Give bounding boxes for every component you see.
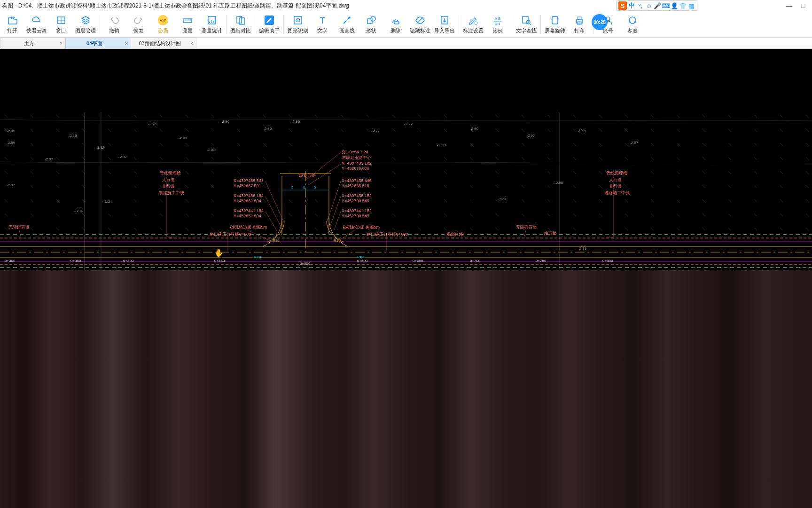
- svg-line-186: [703, 171, 705, 174]
- tool-label: 图层管理: [75, 27, 96, 34]
- svg-line-272: [444, 214, 447, 216]
- tool-hide[interactable]: 隐藏标注: [408, 11, 432, 38]
- tool-redo[interactable]: 恢复: [126, 11, 151, 38]
- tool-service[interactable]: 客服: [620, 11, 645, 38]
- svg-line-199: [211, 185, 214, 188]
- svg-line-96: [31, 143, 33, 146]
- tool-vip[interactable]: VIP会员: [151, 11, 175, 38]
- svg-line-244: [547, 199, 550, 202]
- svg-line-168: [237, 171, 240, 174]
- tab-close-icon[interactable]: ×: [125, 41, 128, 46]
- tool-mstats[interactable]: 测量统计: [200, 11, 224, 38]
- tool-measure[interactable]: 测量: [175, 11, 200, 38]
- svg-line-221: [780, 185, 783, 188]
- tab-04平面[interactable]: 04平面×: [65, 38, 131, 48]
- svg-line-149: [573, 157, 576, 160]
- svg-text:5: 5: [314, 185, 316, 190]
- tool-label: 打开: [7, 27, 17, 34]
- tool-shape[interactable]: 形状: [359, 11, 383, 38]
- tool-compare[interactable]: 图纸对比: [228, 11, 253, 38]
- tool-cloud[interactable]: 快看云盘: [24, 11, 49, 38]
- svg-line-260: [134, 214, 137, 216]
- tool-rotate[interactable]: 屏幕旋转: [543, 11, 567, 38]
- svg-line-262: [186, 214, 188, 216]
- tool-text[interactable]: T文字: [310, 11, 335, 38]
- svg-line-167: [211, 171, 214, 174]
- svg-line-276: [547, 214, 550, 216]
- svg-line-283: [728, 214, 731, 216]
- tool-label: 屏幕旋转: [545, 27, 565, 34]
- svg-line-144: [444, 157, 447, 160]
- svg-line-88: [651, 129, 654, 132]
- svg-text:A: A: [297, 19, 299, 22]
- pan-cursor-icon: ✋: [214, 248, 224, 257]
- svg-line-254: [806, 199, 809, 202]
- svg-line-129: [56, 157, 59, 160]
- svg-line-72: [237, 129, 240, 132]
- station-label: 0+300: [5, 259, 15, 263]
- svg-line-266: [289, 214, 292, 216]
- tool-undo[interactable]: 撤销: [102, 11, 126, 38]
- svg-line-315: [728, 228, 731, 230]
- svg-line-124: [754, 143, 757, 146]
- svg-line-303: [418, 228, 421, 230]
- minimize-button[interactable]: —: [782, 2, 796, 9]
- svg-line-314: [703, 228, 705, 230]
- svg-line-77: [367, 129, 369, 132]
- svg-line-151: [625, 157, 628, 160]
- svg-line-70: [186, 129, 188, 132]
- drawing-canvas[interactable]: R15 R15 RXX RXX 5 6 5 交1:0+54 7.24与规划玉路中…: [0, 49, 812, 508]
- compare-icon: [235, 15, 246, 26]
- tool-layers[interactable]: 图层管理: [73, 11, 98, 38]
- tool-recog[interactable]: A图形识别: [286, 11, 310, 38]
- svg-line-62: [806, 115, 809, 118]
- open-icon: [7, 15, 18, 26]
- tool-label: 图纸对比: [230, 27, 251, 34]
- svg-rect-6: [240, 18, 244, 24]
- svg-line-75: [315, 129, 318, 132]
- tool-io[interactable]: 导入导出: [432, 11, 457, 38]
- station-label: 0+650: [413, 259, 423, 263]
- shape-icon: [366, 15, 377, 26]
- recording-timer[interactable]: 00:25: [592, 14, 608, 30]
- svg-line-33: [56, 115, 59, 118]
- svg-line-233: [263, 199, 266, 202]
- tool-edit[interactable]: 编辑助手: [257, 11, 281, 38]
- svg-line-291: [108, 228, 111, 230]
- tool-scale[interactable]: A:B1:1比例: [485, 11, 510, 38]
- tool-delete[interactable]: 删除: [383, 11, 408, 38]
- tool-window[interactable]: 窗口: [49, 11, 73, 38]
- cad-annotation: Y=452700.545: [342, 198, 369, 203]
- maximize-button[interactable]: □: [796, 2, 810, 9]
- elevation-label: -2.97: [578, 129, 586, 133]
- ime-indicator[interactable]: S 中 °, ☺ 🎤 ⌨ 👤 👕 ▦: [616, 0, 697, 11]
- cad-annotation: 管线预埋槽: [160, 170, 181, 176]
- tool-annset[interactable]: 标注设置: [461, 11, 485, 38]
- svg-line-238: [392, 199, 395, 202]
- svg-line-143: [418, 157, 421, 160]
- svg-rect-15: [394, 22, 399, 24]
- svg-line-179: [522, 171, 524, 174]
- tab-土方[interactable]: 土方×: [0, 38, 66, 48]
- svg-line-147: [522, 157, 524, 160]
- svg-line-181: [573, 171, 576, 174]
- svg-line-113: [470, 143, 473, 146]
- svg-line-37: [160, 115, 163, 118]
- svg-line-51: [522, 115, 524, 118]
- tool-open[interactable]: 打开: [0, 11, 24, 38]
- svg-line-299: [315, 228, 318, 230]
- tab-close-icon[interactable]: ×: [190, 41, 193, 46]
- title-bar: 看图 - D:\04、顺士达市政讲课资料\顺士达市政课程2021-8-1\顺士达…: [0, 0, 812, 11]
- tab-07路面结构设计图[interactable]: 07路面结构设计图×: [131, 38, 196, 48]
- tab-close-icon[interactable]: ×: [60, 41, 62, 46]
- station-label: 0+450: [214, 259, 225, 263]
- svg-line-282: [703, 214, 705, 216]
- tool-line[interactable]: 画直线: [335, 11, 359, 38]
- svg-line-265: [263, 214, 266, 216]
- tool-print[interactable]: 打印: [567, 11, 592, 38]
- tool-find[interactable]: 文字查找: [514, 11, 539, 38]
- svg-line-78: [392, 129, 395, 132]
- svg-text:R15: R15: [273, 238, 280, 243]
- tool-label: 打印: [574, 27, 585, 34]
- svg-line-312: [651, 228, 654, 230]
